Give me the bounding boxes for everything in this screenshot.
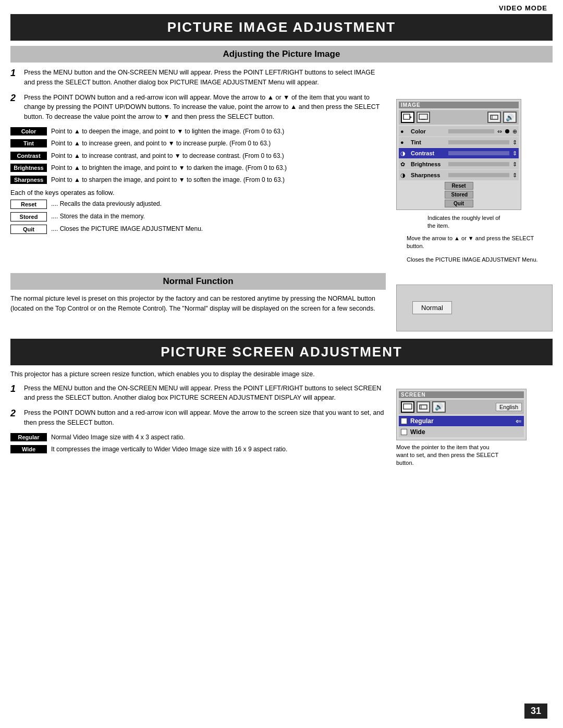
picture-image-right: IMAGE 🔊 <box>396 68 553 264</box>
screen-icon-settings <box>417 401 430 413</box>
key-contrast-label: Contrast <box>10 152 47 160</box>
reset-desc: .... Recalls the data previously adjuste… <box>51 200 162 208</box>
normal-label: Normal <box>412 301 452 314</box>
stored-label: Stored <box>10 212 47 221</box>
svg-rect-4 <box>491 115 498 119</box>
color-icon: ● <box>400 128 409 134</box>
screen-step-1-num: 1 <box>10 384 20 403</box>
step-2: 2 Press the POINT DOWN button and a red-… <box>10 93 386 122</box>
key-brightness: Brightness Point to ▲ to brighten the im… <box>10 164 386 172</box>
screen-adj-left: 1 Press the MENU button and the ON-SCREE… <box>10 384 386 467</box>
screen-step-2-num: 2 <box>10 408 20 428</box>
quit-annotation: Closes the PICTURE IMAGE ADJUSTMENT Menu… <box>407 256 553 264</box>
image-menu-icons: 🔊 <box>399 110 519 125</box>
normal-right: Normal <box>396 269 553 331</box>
screen-adj-right: SCREEN 🔊 English Regular <box>396 384 553 467</box>
svg-rect-6 <box>403 404 412 409</box>
color-bar <box>448 129 494 133</box>
screen-menu-title: SCREEN <box>399 391 524 398</box>
page-number: 31 <box>524 704 547 719</box>
menu-stored-btn: Stored <box>445 191 473 199</box>
key-color: Color Point to ▲ to deepen the image, an… <box>10 127 386 136</box>
control-quit: Quit .... Closes the PICTURE IMAGE ADJUS… <box>10 225 386 234</box>
sharpness-icon: ◑ <box>400 172 409 179</box>
step-1-text: Press the MENU button and the ON-SCREEN … <box>24 68 386 88</box>
picture-image-left: 1 Press the MENU button and the ON-SCREE… <box>10 68 386 264</box>
image-menu-title: IMAGE <box>399 102 519 108</box>
key-wide: Wide It compresses the image vertically … <box>10 445 386 454</box>
color-dot <box>505 129 509 133</box>
key-regular: Regular Normal Video Image size with 4 x… <box>10 433 386 442</box>
sharpness-bar <box>448 173 509 177</box>
tint-row-label: Tint <box>411 139 446 145</box>
key-tint: Tint Point to ▲ to increase green, and p… <box>10 139 386 148</box>
key-sharpness-label: Sharpness <box>10 176 47 184</box>
screen-row-regular: Regular ⇐ <box>399 416 524 426</box>
key-color-desc: Point to ▲ to deepen the image, and poin… <box>51 127 284 136</box>
menu-row-brightness: ✿ Brightness ⇕ <box>399 159 519 169</box>
menu-buttons: Reset Stored Quit <box>399 182 519 207</box>
screen-row-wide: Wide <box>399 427 524 437</box>
wide-row-label: Wide <box>410 428 425 436</box>
stored-desc: .... Stores the data in the memory. <box>51 212 145 221</box>
step-1: 1 Press the MENU button and the ON-SCREE… <box>10 68 386 88</box>
regular-row-label: Regular <box>410 417 434 425</box>
regular-arrow: ⇐ <box>516 417 522 425</box>
control-reset: Reset .... Recalls the data previously a… <box>10 200 386 209</box>
screen-icon-screen <box>401 401 414 413</box>
sharpness-arrow: ⇕ <box>512 172 517 179</box>
step-2-num: 2 <box>10 93 20 122</box>
english-badge: English <box>496 403 522 411</box>
quit-desc: .... Closes the PICTURE IMAGE ADJUSTMENT… <box>51 225 203 233</box>
screen-menu-icons: 🔊 English <box>399 400 524 414</box>
svg-rect-2 <box>419 114 427 119</box>
screen-adj-content: 1 Press the MENU button and the ON-SCREE… <box>0 384 563 467</box>
key-tint-desc: Point to ▲ to increase green, and point … <box>51 139 271 148</box>
svg-marker-1 <box>410 116 412 119</box>
screen-step-1-text: Press the MENU button and the ON-SCREEN … <box>24 384 386 403</box>
screen-adj-intro: This projector has a picture screen resi… <box>0 365 563 384</box>
level-annotation: Indicates the roughly level of the item. <box>427 214 500 230</box>
contrast-bar <box>448 151 509 155</box>
wide-desc: It compresses the image vertically to Wi… <box>51 445 287 454</box>
wide-label: Wide <box>10 445 47 453</box>
image-menu-rows: ● Color ⇔ ⊕ ● Tint ⇕ <box>399 126 519 180</box>
menu-icon-sound: 🔊 <box>503 112 517 123</box>
contrast-arrow: ⇕ <box>512 150 517 157</box>
menu-icon-screen <box>417 112 430 123</box>
normal-text: The normal picture level is preset on th… <box>10 294 386 314</box>
key-brightness-label: Brightness <box>10 164 47 172</box>
menu-reset-btn: Reset <box>445 182 473 190</box>
picture-image-content: 1 Press the MENU button and the ON-SCREE… <box>0 68 563 264</box>
normal-function-section: Normal Function The normal picture level… <box>0 269 563 331</box>
key-sharpness: Sharpness Point to ▲ to sharpen the imag… <box>10 176 386 184</box>
step-1-num: 1 <box>10 68 20 88</box>
quit-label: Quit <box>10 225 47 234</box>
sharpness-row-label: Sharpness <box>411 172 446 178</box>
menu-icon-settings <box>487 112 501 123</box>
screen-icon-sound: 🔊 <box>432 401 446 413</box>
screen-step-2: 2 Press the POINT DOWN button and a red-… <box>10 408 386 428</box>
contrast-row-label: Contrast <box>411 150 446 156</box>
page-header: VIDEO MODE <box>0 0 563 14</box>
right-annotations: Indicates the roughly level of the item.… <box>396 214 553 264</box>
arrow-annotation: Move the arrow to ▲ or ▼ and press the S… <box>407 235 553 251</box>
menu-row-sharpness: ◑ Sharpness ⇕ <box>399 170 519 180</box>
normal-display-box: Normal <box>396 285 553 331</box>
normal-left: Normal Function The normal picture level… <box>10 269 386 331</box>
color-row-label: Color <box>411 128 446 134</box>
screen-step-1: 1 Press the MENU button and the ON-SCREE… <box>10 384 386 403</box>
menu-row-tint: ● Tint ⇕ <box>399 137 519 147</box>
key-contrast: Contrast Point to ▲ to increase contrast… <box>10 152 386 161</box>
key-contrast-desc: Point to ▲ to increase contrast, and poi… <box>51 152 284 161</box>
regular-label: Regular <box>10 433 47 441</box>
brightness-arrow: ⇕ <box>512 161 517 168</box>
wide-check <box>401 429 407 435</box>
picture-image-banner: PICTURE IMAGE ADJUSTMENT <box>10 14 553 41</box>
menu-row-contrast: ◑ Contrast ⇕ <box>399 148 519 158</box>
reset-label: Reset <box>10 200 47 209</box>
regular-check <box>401 418 407 424</box>
brightness-row-label: Brightness <box>411 161 446 167</box>
screen-annotation: Move the pointer to the item that you wa… <box>396 443 500 467</box>
menu-row-color: ● Color ⇔ ⊕ <box>399 126 519 137</box>
